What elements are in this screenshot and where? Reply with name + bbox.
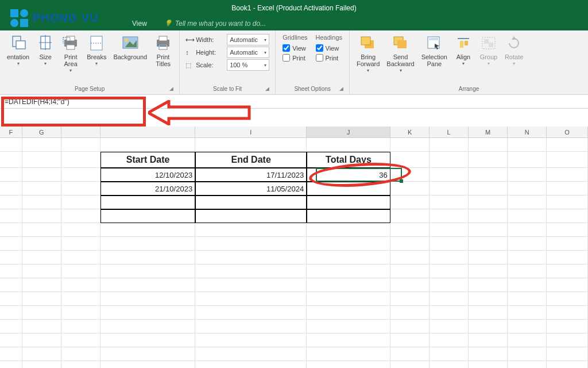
height-dropdown[interactable]: Automatic [227,47,269,58]
cell-start-2[interactable]: 21/10/2023 [100,182,195,195]
logo-text: PHONG VU [33,12,99,25]
group-icon [479,34,498,52]
headings-view-checkbox[interactable]: View [316,44,342,52]
dialog-launcher-icon[interactable]: ◢ [169,86,173,91]
print-area-button[interactable]: Print Area [58,33,83,86]
gridlines-heading: Gridlines [283,34,307,41]
cell-total-1[interactable]: 36 [307,168,390,182]
svg-rect-21 [397,40,407,48]
breaks-icon [87,34,106,52]
svg-rect-6 [67,36,75,41]
background-icon [121,34,140,52]
svg-marker-30 [512,36,516,40]
size-button[interactable]: Size [33,33,58,86]
send-backward-button[interactable]: Send Backward [383,33,417,86]
selection-pane-button[interactable]: Selection Pane [418,33,451,86]
bring-forward-button[interactable]: Bring Forward [353,33,383,86]
width-dropdown[interactable]: Automatic [227,34,269,45]
svg-rect-25 [460,41,463,48]
col-header-J[interactable]: J [307,126,390,137]
orientation-icon [9,34,28,52]
col-header-K[interactable]: K [390,126,430,137]
svg-rect-23 [429,38,438,40]
header-start-date[interactable]: Start Date [100,152,195,168]
cell-end-1[interactable]: 17/11/2023 [195,168,307,182]
cell-start-1[interactable]: 12/10/2023 [100,168,195,182]
svg-rect-28 [484,39,489,44]
print-area-icon [61,34,80,52]
ribbon: entation Size Print Area Breaks Backgrou… [0,30,588,95]
col-header-truncated[interactable] [61,126,100,137]
tell-me-search[interactable]: Tell me what you want to do... [164,20,266,28]
col-header-N[interactable]: N [508,126,547,137]
group-arrange: Bring Forward Send Backward Selection Pa… [350,30,588,94]
logo-icon [10,9,28,27]
height-label: Height: [196,49,225,56]
svg-rect-15 [159,36,167,41]
group-button: Group [476,33,501,86]
svg-rect-29 [489,43,493,47]
scale-spinner[interactable]: 100 % [227,59,269,71]
group-page-setup: entation Size Print Area Breaks Backgrou… [0,30,180,94]
svg-rect-17 [160,45,167,47]
bring-forward-icon [359,34,377,52]
scale-label: Scale: [196,62,225,68]
group-sheet-options: Gridlines View Print Headings View Print… [276,30,350,94]
watermark-logo: PHONG VU [10,9,99,27]
gridlines-view-checkbox[interactable]: View [283,44,307,52]
col-header-M[interactable]: M [469,126,508,137]
print-titles-icon [154,34,172,52]
headings-print-checkbox[interactable]: Print [316,54,342,62]
formula-bar[interactable]: =DATEDIF(H4;I4;"d") [0,95,588,109]
spreadsheet-grid[interactable]: Start Date End Date Total Days 12/10/202… [0,138,588,368]
sheet-options-label: Sheet Options◢ [279,86,346,93]
align-icon [454,34,473,52]
headings-heading: Headings [316,34,342,41]
cell-total-2[interactable] [307,182,390,195]
header-total-days[interactable]: Total Days [307,152,390,168]
col-header-G[interactable]: G [22,126,61,137]
align-button[interactable]: Align [451,33,476,86]
col-header-F[interactable]: F [0,126,22,137]
col-header-H[interactable] [100,126,195,137]
orientation-button[interactable]: entation [3,33,33,86]
group-scale-to-fit: ⟷Width:Automatic ↕Height:Automatic ⬚Scal… [180,30,276,94]
page-setup-label: Page Setup◢ [3,86,176,93]
dialog-launcher-icon[interactable]: ◢ [339,86,343,91]
scale-to-fit-label: Scale to Fit◢ [183,86,272,93]
arrange-label: Arrange [353,86,585,93]
column-headers: F G I J K L M N O [0,126,588,138]
breaks-button[interactable]: Breaks [83,33,110,86]
col-header-I[interactable]: I [195,126,307,137]
svg-point-13 [125,39,128,42]
svg-rect-1 [16,41,25,49]
width-label: Width: [196,36,225,43]
cell-end-2[interactable]: 11/05/2024 [195,182,307,195]
dialog-launcher-icon[interactable]: ◢ [265,86,269,91]
window-title: Book1 - Excel (Product Activation Failed… [231,4,356,12]
gridlines-print-checkbox[interactable]: Print [283,54,307,62]
print-titles-button[interactable]: Print Titles [150,33,176,86]
col-header-O[interactable]: O [547,126,588,137]
col-header-L[interactable]: L [430,126,469,137]
send-backward-icon [392,34,410,52]
selection-pane-icon [425,34,443,52]
tab-view[interactable]: View [132,20,147,28]
rotate-button: Rotate [501,33,527,86]
svg-rect-19 [361,37,370,45]
svg-rect-7 [67,45,75,49]
header-end-date[interactable]: End Date [195,152,307,168]
svg-rect-26 [465,41,468,45]
background-button[interactable]: Background [110,33,150,86]
fill-handle[interactable] [400,179,403,183]
size-icon [36,34,55,52]
formula-input[interactable]: =DATEDIF(H4;I4;"d") [0,97,588,107]
rotate-icon [505,34,523,52]
